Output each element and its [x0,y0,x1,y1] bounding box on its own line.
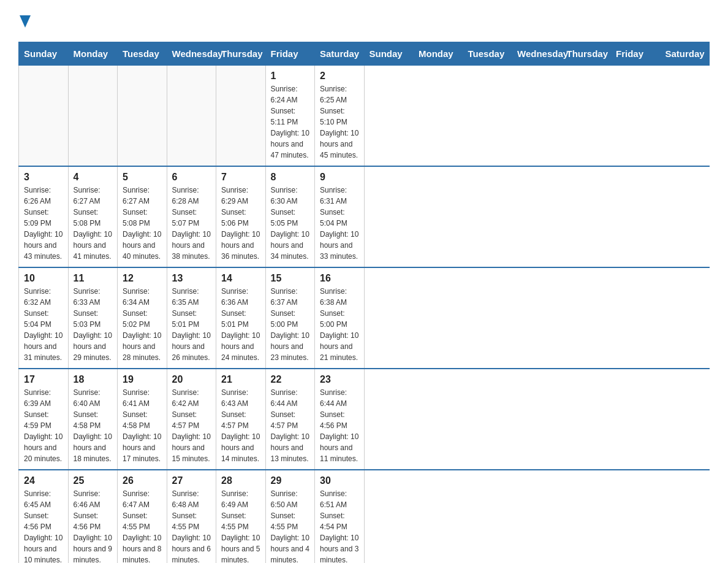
page-header [18,12,710,29]
header-tuesday: Tuesday [463,42,512,66]
day-info: Sunrise: 6:30 AMSunset: 5:05 PMDaylight:… [271,185,310,262]
svg-marker-0 [20,15,31,28]
day-number: 23 [320,374,359,385]
calendar-cell: 18Sunrise: 6:40 AMSunset: 4:58 PMDayligh… [68,369,118,470]
calendar-cell: 14Sunrise: 6:36 AMSunset: 5:01 PMDayligh… [216,267,266,369]
day-number: 13 [172,273,211,284]
day-number: 4 [74,172,113,183]
day-info: Sunrise: 6:51 AMSunset: 4:54 PMDaylight:… [320,488,359,563]
calendar-cell: 6Sunrise: 6:28 AMSunset: 5:07 PMDaylight… [167,166,216,267]
header-friday: Friday [265,42,315,66]
calendar-cell: 20Sunrise: 6:42 AMSunset: 4:57 PMDayligh… [167,369,216,470]
day-info: Sunrise: 6:49 AMSunset: 4:55 PMDaylight:… [221,488,260,563]
day-number: 3 [24,172,63,183]
calendar-cell: 12Sunrise: 6:34 AMSunset: 5:02 PMDayligh… [118,267,167,369]
calendar-cell: 17Sunrise: 6:39 AMSunset: 4:59 PMDayligh… [19,369,69,470]
day-info: Sunrise: 6:32 AMSunset: 5:04 PMDaylight:… [24,286,63,363]
calendar-table: SundayMondayTuesdayWednesdayThursdayFrid… [18,42,710,563]
day-number: 18 [74,374,113,385]
calendar-cell: 15Sunrise: 6:37 AMSunset: 5:00 PMDayligh… [265,267,315,369]
week-row-3: 10Sunrise: 6:32 AMSunset: 5:04 PMDayligh… [19,267,710,369]
day-info: Sunrise: 6:31 AMSunset: 5:04 PMDaylight:… [320,185,359,262]
day-number: 25 [74,475,113,486]
calendar-cell: 28Sunrise: 6:49 AMSunset: 4:55 PMDayligh… [216,470,266,563]
calendar-cell: 9Sunrise: 6:31 AMSunset: 5:04 PMDaylight… [315,166,365,267]
calendar-cell: 23Sunrise: 6:44 AMSunset: 4:56 PMDayligh… [315,369,365,470]
day-info: Sunrise: 6:46 AMSunset: 4:56 PMDaylight:… [74,488,113,563]
calendar-cell: 21Sunrise: 6:43 AMSunset: 4:57 PMDayligh… [216,369,266,470]
calendar-cell: 10Sunrise: 6:32 AMSunset: 5:04 PMDayligh… [19,267,69,369]
day-number: 20 [172,374,211,385]
day-info: Sunrise: 6:50 AMSunset: 4:55 PMDaylight:… [271,488,310,563]
calendar-cell: 11Sunrise: 6:33 AMSunset: 5:03 PMDayligh… [68,267,118,369]
calendar-cell: 27Sunrise: 6:48 AMSunset: 4:55 PMDayligh… [167,470,216,563]
calendar-cell: 29Sunrise: 6:50 AMSunset: 4:55 PMDayligh… [265,470,315,563]
calendar-cell: 25Sunrise: 6:46 AMSunset: 4:56 PMDayligh… [68,470,118,563]
day-info: Sunrise: 6:36 AMSunset: 5:01 PMDaylight:… [221,286,260,363]
day-info: Sunrise: 6:25 AMSunset: 5:10 PMDaylight:… [320,83,359,161]
day-number: 19 [123,374,162,385]
day-number: 2 [320,71,359,82]
day-info: Sunrise: 6:44 AMSunset: 4:57 PMDaylight:… [271,387,310,464]
day-info: Sunrise: 6:39 AMSunset: 4:59 PMDaylight:… [24,387,63,464]
calendar-cell: 2Sunrise: 6:25 AMSunset: 5:10 PMDaylight… [315,66,365,167]
day-number: 15 [271,273,310,284]
day-info: Sunrise: 6:41 AMSunset: 4:58 PMDaylight:… [123,387,162,464]
day-info: Sunrise: 6:43 AMSunset: 4:57 PMDaylight:… [221,387,260,464]
header-monday: Monday [68,42,118,66]
header-tuesday: Tuesday [118,42,167,66]
day-info: Sunrise: 6:48 AMSunset: 4:55 PMDaylight:… [172,488,211,563]
day-number: 21 [221,374,260,385]
calendar-cell: 16Sunrise: 6:38 AMSunset: 5:00 PMDayligh… [315,267,365,369]
header-wednesday: Wednesday [512,42,562,66]
day-info: Sunrise: 6:26 AMSunset: 5:09 PMDaylight:… [24,185,63,262]
day-info: Sunrise: 6:24 AMSunset: 5:11 PMDaylight:… [271,83,310,161]
calendar-cell: 3Sunrise: 6:26 AMSunset: 5:09 PMDaylight… [19,166,69,267]
day-info: Sunrise: 6:40 AMSunset: 4:58 PMDaylight:… [74,387,113,464]
calendar-cell: 13Sunrise: 6:35 AMSunset: 5:01 PMDayligh… [167,267,216,369]
day-number: 10 [24,273,63,284]
calendar-cell: 19Sunrise: 6:41 AMSunset: 4:58 PMDayligh… [118,369,167,470]
day-number: 6 [172,172,211,183]
calendar-cell [167,66,216,167]
day-info: Sunrise: 6:34 AMSunset: 5:02 PMDaylight:… [123,286,162,363]
calendar-cell [216,66,266,167]
header-wednesday: Wednesday [167,42,216,66]
calendar-cell: 30Sunrise: 6:51 AMSunset: 4:54 PMDayligh… [315,470,365,563]
day-number: 9 [320,172,359,183]
day-number: 11 [74,273,113,284]
logo-text [18,12,31,32]
calendar-cell [19,66,69,167]
day-info: Sunrise: 6:47 AMSunset: 4:55 PMDaylight:… [123,488,162,563]
day-info: Sunrise: 6:37 AMSunset: 5:00 PMDaylight:… [271,286,310,363]
week-row-5: 24Sunrise: 6:45 AMSunset: 4:56 PMDayligh… [19,470,710,563]
day-number: 24 [24,475,63,486]
header-saturday: Saturday [315,42,365,66]
day-number: 8 [271,172,310,183]
day-number: 16 [320,273,359,284]
day-info: Sunrise: 6:38 AMSunset: 5:00 PMDaylight:… [320,286,359,363]
week-row-4: 17Sunrise: 6:39 AMSunset: 4:59 PMDayligh… [19,369,710,470]
calendar-cell: 26Sunrise: 6:47 AMSunset: 4:55 PMDayligh… [118,470,167,563]
day-number: 14 [221,273,260,284]
day-number: 28 [221,475,260,486]
day-number: 30 [320,475,359,486]
calendar-cell: 4Sunrise: 6:27 AMSunset: 5:08 PMDaylight… [68,166,118,267]
calendar-cell [68,66,118,167]
day-number: 5 [123,172,162,183]
week-row-1: 1Sunrise: 6:24 AMSunset: 5:11 PMDaylight… [19,66,710,167]
header-monday: Monday [414,42,463,66]
day-info: Sunrise: 6:42 AMSunset: 4:57 PMDaylight:… [172,387,211,464]
calendar-cell: 7Sunrise: 6:29 AMSunset: 5:06 PMDaylight… [216,166,266,267]
calendar-header-row: SundayMondayTuesdayWednesdayThursdayFrid… [19,42,710,66]
week-row-2: 3Sunrise: 6:26 AMSunset: 5:09 PMDaylight… [19,166,710,267]
day-info: Sunrise: 6:27 AMSunset: 5:08 PMDaylight:… [74,185,113,262]
calendar-cell: 5Sunrise: 6:27 AMSunset: 5:08 PMDaylight… [118,166,167,267]
logo-arrow [18,12,31,32]
calendar-cell: 8Sunrise: 6:30 AMSunset: 5:05 PMDaylight… [265,166,315,267]
day-info: Sunrise: 6:27 AMSunset: 5:08 PMDaylight:… [123,185,162,262]
header-thursday: Thursday [561,42,611,66]
day-info: Sunrise: 6:44 AMSunset: 4:56 PMDaylight:… [320,387,359,464]
calendar-cell: 24Sunrise: 6:45 AMSunset: 4:56 PMDayligh… [19,470,69,563]
day-number: 12 [123,273,162,284]
